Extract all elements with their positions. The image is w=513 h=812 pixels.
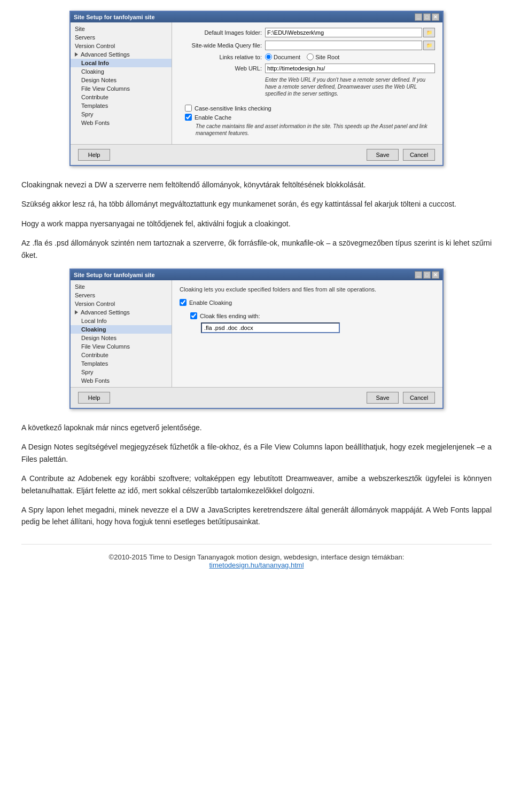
dialog1-close-btn[interactable]: ✕ [432, 13, 439, 21]
enable-cache-row: Enable Cache [185, 114, 435, 121]
sidebar-item-web-fonts[interactable]: Web Fonts [71, 119, 172, 127]
cloak-extensions-input[interactable] [201, 322, 340, 333]
radio-site-root-input[interactable] [307, 53, 314, 60]
cloak-files-row: Cloak files ending with: [190, 312, 435, 319]
dialog2-sidebar-site[interactable]: Site [71, 282, 172, 291]
case-sensitive-label: Case-sensitive links checking [195, 105, 271, 112]
dialog2-sidebar-file-view-columns[interactable]: File View Columns [71, 342, 172, 351]
dialog1-window: Site Setup for tanfolyami site _ □ ✕ Sit… [69, 11, 444, 166]
paragraph1: Cloakingnak nevezi a DW a szerverre nem … [21, 179, 492, 191]
dialog2-footer: Help Save Cancel [71, 387, 442, 408]
dialog2-maximize-btn[interactable]: □ [423, 271, 431, 279]
sidebar-item-cloaking[interactable]: Cloaking [71, 67, 172, 76]
enable-cache-checkbox[interactable] [185, 114, 192, 121]
cloak-info-text: Cloaking lets you exclude specified fold… [180, 286, 435, 294]
dialog2-sidebar-design-notes[interactable]: Design Notes [71, 334, 172, 342]
links-relative-row: Links relative to: Document Site Root [180, 53, 435, 60]
radio-document-item[interactable]: Document [265, 53, 300, 60]
web-url-label: Web URL: [180, 65, 265, 72]
paragraph3: Hogy a work mappa nyersanyagai ne töltőd… [21, 218, 492, 230]
dialog2-advanced-triangle [75, 310, 78, 314]
dialog2-sidebar-web-fonts[interactable]: Web Fonts [71, 376, 172, 385]
cloak-extensions-container [201, 322, 435, 333]
dialog1-titlebar: Site Setup for tanfolyami site _ □ ✕ [71, 12, 442, 22]
enable-cache-label: Enable Cache [195, 114, 231, 121]
enable-cloaking-label: Enable Cloaking [189, 299, 232, 306]
radio-site-root-label: Site Root [315, 54, 339, 60]
dialog1-minimize-btn[interactable]: _ [415, 13, 422, 21]
case-sensitive-row: Case-sensitive links checking [185, 105, 435, 112]
dialog2-sidebar-local-info[interactable]: Local Info [71, 317, 172, 325]
dialog2-sidebar-cloaking[interactable]: Cloaking [71, 325, 172, 334]
media-query-browse-btn[interactable]: 📁 [423, 41, 435, 50]
dialog2-sidebar: Site Servers Version Control Advanced Se… [71, 280, 172, 387]
dialog2-content: Cloaking lets you exclude specified fold… [172, 280, 442, 387]
radio-document-label: Document [274, 54, 300, 60]
default-images-browse-btn[interactable]: 📁 [423, 28, 435, 37]
web-url-input[interactable] [265, 64, 435, 73]
dialog2-close-btn[interactable]: ✕ [432, 271, 439, 279]
dialog1-title: Site Setup for tanfolyami site [74, 14, 155, 20]
page-footer: ©2010-2015 Time to Design Tananyagok mot… [21, 544, 492, 569]
dialog2-sidebar-advanced[interactable]: Advanced Settings [71, 308, 172, 317]
dialog1-footer-right: Save Cancel [367, 149, 435, 161]
sidebar-item-advanced-settings[interactable]: Advanced Settings [71, 50, 172, 59]
media-query-row: Site-wide Media Query file: 📁 [180, 41, 435, 50]
dialog2-title-buttons: _ □ ✕ [415, 271, 439, 279]
paragraph2: Szükség akkor lesz rá, ha több állományt… [21, 198, 492, 210]
dialog1-save-btn[interactable]: Save [367, 149, 399, 161]
dialog1-title-buttons: _ □ ✕ [415, 13, 439, 21]
advanced-settings-triangle [75, 52, 78, 57]
dialog2-sidebar-contribute[interactable]: Contribute [71, 351, 172, 359]
sidebar-item-spry[interactable]: Spry [71, 110, 172, 119]
sidebar-item-design-notes[interactable]: Design Notes [71, 76, 172, 84]
enable-cloaking-row: Enable Cloaking [180, 299, 435, 306]
sidebar-item-version-control[interactable]: Version Control [71, 42, 172, 50]
sidebar-item-local-info[interactable]: Local Info [71, 59, 172, 67]
default-images-input[interactable] [265, 28, 422, 37]
footer-copyright: ©2010-2015 Time to Design Tananyagok mot… [21, 553, 492, 561]
dialog1-content: Default Images folder: 📁 Site-wide Media… [172, 22, 442, 144]
sidebar-item-contribute[interactable]: Contribute [71, 93, 172, 101]
paragraph5: A következő lapoknak már nincs egetverő … [21, 422, 492, 433]
sidebar-item-site[interactable]: Site [71, 25, 172, 33]
dialog2-cancel-btn[interactable]: Cancel [403, 392, 435, 404]
dialog2-sidebar-servers[interactable]: Servers [71, 291, 172, 299]
enable-cloaking-checkbox[interactable] [180, 299, 186, 306]
paragraph8: A Spry lapon lehet megadni, minek nevezz… [21, 504, 492, 528]
dialog1-maximize-btn[interactable]: □ [423, 13, 431, 21]
dialog2-footer-right: Save Cancel [367, 392, 435, 404]
cache-info: The cache maintains file and asset infor… [196, 123, 435, 137]
dialog1-footer: Help Save Cancel [71, 144, 442, 165]
dialog2-save-btn[interactable]: Save [367, 392, 399, 404]
links-relative-label: Links relative to: [180, 54, 265, 60]
paragraph4: Az .fla és .psd állományok szintén nem t… [21, 237, 492, 261]
dialog2-window: Site Setup for tanfolyami site _ □ ✕ Sit… [69, 269, 444, 409]
links-radio-group: Document Site Root [265, 53, 339, 60]
dialog2-sidebar-spry[interactable]: Spry [71, 368, 172, 376]
cloak-files-label: Cloak files ending with: [200, 313, 260, 319]
dialog1-sidebar: Site Servers Version Control Advanced Se… [71, 22, 172, 144]
footer-link[interactable]: timetodesign.hu/tananyag.html [209, 561, 304, 569]
sidebar-item-file-view-columns[interactable]: File View Columns [71, 84, 172, 93]
default-images-row: Default Images folder: 📁 [180, 28, 435, 37]
dialog2-titlebar: Site Setup for tanfolyami site _ □ ✕ [71, 270, 442, 280]
web-url-info: Enter the Web URL if you don't have a re… [265, 76, 435, 97]
sidebar-item-servers[interactable]: Servers [71, 33, 172, 42]
dialog2-minimize-btn[interactable]: _ [415, 271, 422, 279]
cloak-files-checkbox[interactable] [190, 312, 197, 319]
case-sensitive-checkbox[interactable] [185, 105, 192, 112]
dialog2-sidebar-version-control[interactable]: Version Control [71, 299, 172, 308]
default-images-label: Default Images folder: [180, 29, 265, 36]
dialog1-help-btn[interactable]: Help [78, 149, 110, 161]
dialog2-help-btn[interactable]: Help [78, 392, 110, 404]
dialog2-title: Site Setup for tanfolyami site [74, 272, 155, 278]
media-query-input[interactable] [265, 41, 422, 50]
dialog1-cancel-btn[interactable]: Cancel [403, 149, 435, 161]
radio-site-root-item[interactable]: Site Root [307, 53, 339, 60]
sidebar-item-templates[interactable]: Templates [71, 101, 172, 110]
dialog2-body: Site Servers Version Control Advanced Se… [71, 280, 442, 387]
paragraph6: A Design Notes segítségével megjegyzések… [21, 441, 492, 465]
dialog2-sidebar-templates[interactable]: Templates [71, 359, 172, 368]
radio-document-input[interactable] [265, 53, 272, 60]
